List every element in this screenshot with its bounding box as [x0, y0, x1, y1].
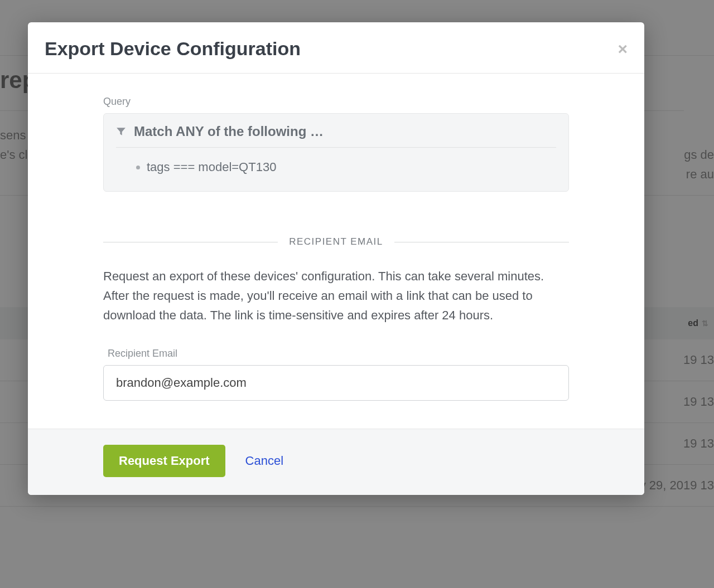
query-box: Match ANY of the following … tags === mo…	[103, 113, 569, 192]
request-export-button[interactable]: Request Export	[103, 445, 225, 477]
query-header-text: Match ANY of the following …	[134, 124, 324, 139]
modal-body: Query Match ANY of the following … tags …	[28, 74, 644, 429]
close-icon: ×	[617, 40, 628, 58]
recipient-email-input[interactable]	[103, 365, 569, 401]
bullet-icon	[136, 166, 140, 169]
modal-header: Export Device Configuration ×	[28, 22, 644, 74]
section-label: RECIPIENT EMAIL	[289, 236, 383, 247]
cancel-button[interactable]: Cancel	[245, 454, 283, 468]
export-device-config-modal: Export Device Configuration × Query Matc…	[28, 22, 644, 495]
email-label: Recipient Email	[108, 348, 569, 359]
query-condition: tags === model=QT130	[136, 160, 556, 174]
filter-icon	[116, 127, 126, 137]
query-condition-text: tags === model=QT130	[147, 160, 276, 174]
modal-title: Export Device Configuration	[45, 38, 301, 60]
query-header: Match ANY of the following …	[116, 124, 556, 148]
modal-footer: Request Export Cancel	[28, 429, 644, 495]
query-label: Query	[103, 96, 569, 108]
section-divider: RECIPIENT EMAIL	[103, 236, 569, 247]
close-button[interactable]: ×	[617, 41, 628, 57]
export-description: Request an export of these devices' conf…	[103, 266, 569, 325]
